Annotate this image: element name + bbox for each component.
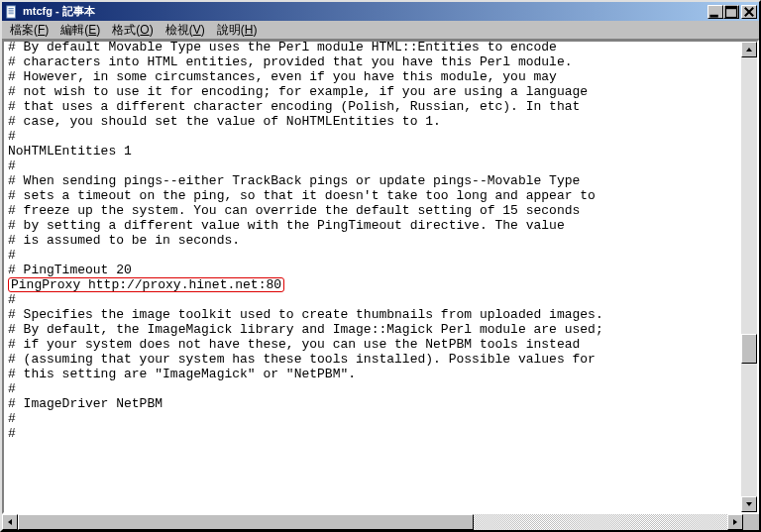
editor-line[interactable]: # if your system does not have these, yo… (8, 337, 737, 352)
editor-line[interactable]: # (8, 292, 737, 307)
editor-line[interactable]: NoHTMLEntities 1 (8, 144, 737, 159)
editor-line[interactable]: # sets a timeout on the ping, so that it… (8, 188, 737, 203)
svg-rect-5 (709, 14, 717, 17)
editor-line[interactable]: # this setting are "ImageMagick" or "Net… (8, 367, 737, 381)
editor-line[interactable]: # that uses a different character encodi… (8, 99, 737, 114)
menu-view[interactable]: 檢視(V) (160, 21, 211, 40)
editor-line[interactable]: # However, in some circumstances, even i… (8, 69, 737, 84)
editor-line[interactable]: # When sending pings--either TrackBack p… (8, 173, 737, 188)
vertical-scrollbar[interactable] (741, 42, 757, 512)
menu-edit[interactable]: 編輯(E) (54, 21, 106, 40)
editor-line[interactable]: # By default, the ImageMagick library an… (8, 322, 737, 337)
scroll-corner (743, 514, 759, 530)
editor-line[interactable]: # (8, 411, 737, 426)
scroll-thumb-v[interactable] (741, 334, 757, 364)
editor-line[interactable]: # case, you should set the value of NoHT… (8, 114, 737, 129)
editor-line[interactable]: # (8, 129, 737, 144)
editor-line[interactable]: # (8, 426, 737, 441)
scroll-thumb-h[interactable] (18, 514, 474, 530)
menu-help[interactable]: 說明(H) (211, 21, 264, 40)
window-controls (707, 5, 757, 19)
maximize-button[interactable] (723, 5, 739, 19)
text-editor[interactable]: # By default Movable Type uses the Perl … (4, 42, 741, 512)
editor-line[interactable]: # characters into HTML entities, provide… (8, 54, 737, 69)
editor-line[interactable]: # Specifies the image toolkit used to cr… (8, 307, 737, 322)
editor-line[interactable]: PingProxy http://proxy.hinet.net:80 (8, 277, 737, 292)
editor-line[interactable]: # not wish to use it for encoding; for e… (8, 84, 737, 99)
scroll-right-button[interactable] (727, 514, 743, 530)
editor-line[interactable]: # by setting a different value with the … (8, 218, 737, 233)
scroll-up-button[interactable] (741, 42, 757, 57)
menu-format[interactable]: 格式(O) (106, 21, 159, 40)
menubar: 檔案(F) 編輯(E) 格式(O) 檢視(V) 說明(H) (2, 21, 759, 40)
editor-line[interactable]: # PingTimeout 20 (8, 263, 737, 277)
window-title: mtcfg - 記事本 (23, 4, 707, 19)
editor-line[interactable]: # (assuming that your system has these t… (8, 352, 737, 367)
menu-file[interactable]: 檔案(F) (4, 21, 54, 40)
editor-line[interactable]: # ImageDriver NetPBM (8, 396, 737, 411)
editor-line[interactable]: # By default Movable Type uses the Perl … (8, 42, 737, 54)
editor-line[interactable]: # freeze up the system. You can override… (8, 203, 737, 218)
editor-line[interactable]: # (8, 381, 737, 396)
editor-line[interactable]: # (8, 248, 737, 263)
client-area: # By default Movable Type uses the Perl … (2, 40, 759, 514)
minimize-button[interactable] (707, 5, 723, 19)
scroll-left-button[interactable] (2, 514, 18, 530)
editor-line[interactable]: # (8, 159, 737, 173)
titlebar[interactable]: mtcfg - 記事本 (2, 2, 759, 21)
app-icon (4, 4, 20, 20)
scroll-down-button[interactable] (741, 496, 757, 512)
horizontal-scrollbar[interactable] (2, 514, 743, 530)
close-button[interactable] (741, 5, 757, 19)
svg-rect-7 (725, 6, 736, 9)
notepad-window: mtcfg - 記事本 檔案(F) 編輯(E) 格式(O) 檢視(V) 說明(H… (0, 0, 761, 532)
scroll-track-v[interactable] (741, 57, 757, 496)
highlighted-line: PingProxy http://proxy.hinet.net:80 (8, 277, 284, 292)
editor-line[interactable]: # is assumed to be in seconds. (8, 233, 737, 248)
scroll-track-h[interactable] (18, 514, 727, 530)
